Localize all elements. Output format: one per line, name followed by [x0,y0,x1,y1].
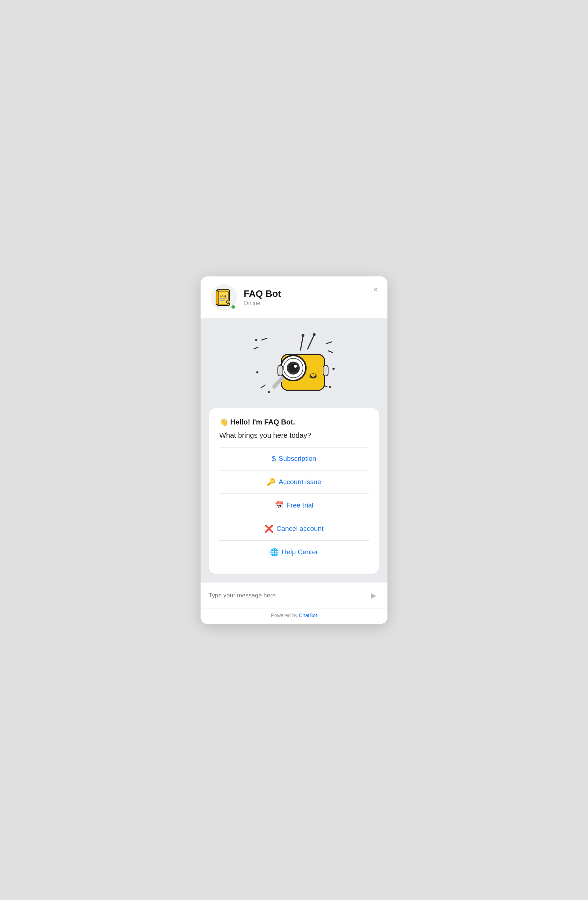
chatbot-brand-link[interactable]: ChatBot [299,613,317,618]
option-free-trial[interactable]: 📅 Free trial [219,494,369,517]
close-button[interactable]: × [372,284,380,295]
account-issue-icon: 🔑 [267,478,276,486]
svg-rect-34 [278,365,283,376]
option-subscription-label: Subscription [279,455,316,462]
svg-point-16 [256,371,258,374]
option-subscription[interactable]: $ Subscription [219,447,369,470]
svg-text:FAQ: FAQ [220,294,226,298]
svg-point-18 [268,391,270,393]
svg-point-22 [313,333,316,336]
chat-widget: FAQ ? FAQ Bot Online × [200,276,388,624]
svg-rect-2 [216,290,218,305]
svg-point-15 [332,368,335,370]
chat-header: FAQ ? FAQ Bot Online × [200,276,388,318]
close-icon: × [373,285,378,294]
send-button[interactable]: ► [368,589,380,602]
svg-rect-5 [220,300,225,301]
message-input[interactable] [208,591,365,601]
cancel-icon: ❌ [265,524,273,533]
options-list: $ Subscription 🔑 Account issue 📅 Free tr… [219,447,369,563]
option-help-center-label: Help Center [282,548,318,556]
send-icon: ► [369,591,378,601]
svg-text:?: ? [228,301,229,303]
svg-line-11 [328,351,333,352]
chat-body: 👋 Hello! I'm FAQ Bot. What brings you he… [200,318,388,582]
bot-svg-image [247,329,341,401]
bot-name: FAQ Bot [244,288,377,299]
svg-point-27 [289,364,298,372]
greeting-text: What brings you here today? [219,430,369,441]
svg-rect-35 [323,365,328,376]
svg-point-17 [329,386,331,388]
help-center-icon: 🌐 [270,548,279,556]
online-indicator [231,304,236,309]
svg-point-20 [301,334,304,337]
powered-by-text: Powered by [271,613,298,618]
svg-point-28 [294,365,297,368]
svg-line-10 [326,342,332,344]
option-account-issue[interactable]: 🔑 Account issue [219,470,369,494]
avatar-wrapper: FAQ ? [211,284,237,311]
svg-point-14 [255,339,258,341]
option-cancel-account-label: Cancel account [276,525,323,533]
greeting-bold: 👋 Hello! I'm FAQ Bot. [219,417,369,426]
option-free-trial-label: Free trial [287,501,313,509]
header-info: FAQ Bot Online [244,288,377,307]
free-trial-icon: 📅 [275,501,284,510]
svg-line-12 [261,385,265,388]
svg-line-19 [301,337,303,350]
message-bubble: 👋 Hello! I'm FAQ Bot. What brings you he… [209,408,379,574]
bot-illustration [247,329,341,401]
bot-status: Online [244,300,377,307]
svg-line-8 [262,338,267,340]
option-cancel-account[interactable]: ❌ Cancel account [219,517,369,541]
svg-point-33 [310,374,316,377]
bot-avatar-icon: FAQ ? [214,288,233,307]
powered-by-footer: Powered by ChatBot [200,608,388,624]
option-help-center[interactable]: 🌐 Help Center [219,541,369,563]
chat-footer: ► [200,582,388,608]
svg-line-21 [308,336,314,349]
svg-rect-4 [220,298,227,299]
option-account-issue-label: Account issue [279,478,321,486]
subscription-icon: $ [272,455,276,463]
svg-line-9 [254,347,258,349]
